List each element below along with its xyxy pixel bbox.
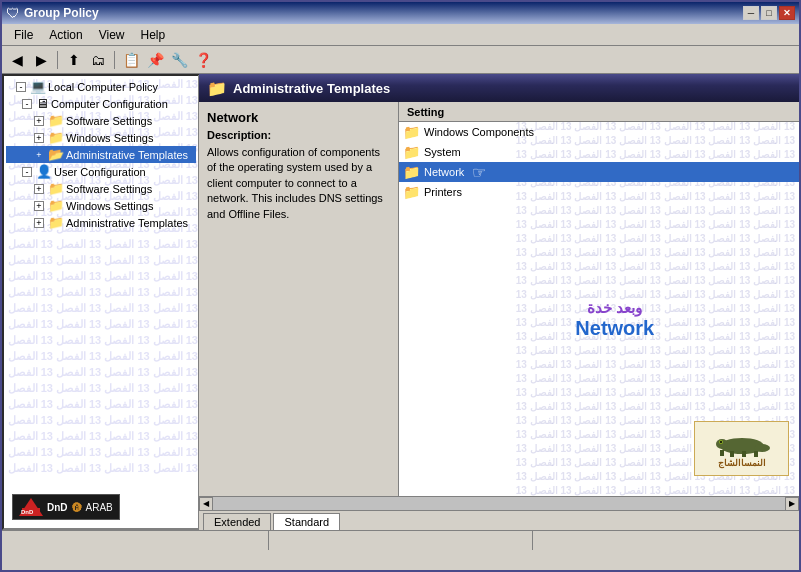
svg-rect-9 [754,451,758,457]
list-item-network[interactable]: 📁 Network ☞ [399,162,799,182]
action-menu[interactable]: Action [41,26,90,44]
svg-rect-6 [720,450,724,456]
folder-icon: 📁 [403,164,420,180]
tree-item-computer-config[interactable]: - 🖥 Computer Configuration [6,95,196,112]
folder-icon: 📁 [48,181,64,196]
tab-standard[interactable]: Standard [273,513,340,530]
tree-label: Windows Settings [66,132,153,144]
expand-sw2[interactable]: + [34,184,44,194]
tree-item-local-computer-policy[interactable]: - 💻 Local Computer Policy [6,78,196,95]
list-item-label: Network [424,166,464,178]
title-bar: 🛡 Group Policy ─ □ ✕ [2,2,799,24]
status-bar [2,530,799,550]
setting-column-header: Setting [403,106,448,118]
svg-point-11 [720,441,722,443]
tree-item-windows-settings-1[interactable]: + 📁 Windows Settings [6,129,196,146]
window-title: Group Policy [24,6,99,20]
folder-button[interactable]: 🗂 [87,49,109,71]
desc-title: Network [207,110,390,125]
up-button[interactable]: ⬆ [63,49,85,71]
computer-icon: 💻 [30,79,46,94]
status-section-1 [6,531,269,550]
status-section-3 [533,531,795,550]
horizontal-scrollbar[interactable]: ◀ ▶ [199,496,799,510]
tree-label: Local Computer Policy [48,81,158,93]
folder-icon: 📁 [403,144,420,160]
toolbar: ◀ ▶ ⬆ 🗂 📋 📌 🔧 ❓ [2,46,799,74]
tree-label: Administrative Templates [66,217,188,229]
monitor-icon: 🖥 [36,96,49,111]
folder-icon: 📁 [48,130,64,145]
svg-text:DnD: DnD [21,509,34,515]
tree-item-user-config[interactable]: - 👤 User Configuration [6,163,196,180]
list-item-label: Printers [424,186,462,198]
copy-button[interactable]: 📋 [120,49,142,71]
expand-local[interactable]: - [16,82,26,92]
user-icon: 👤 [36,164,52,179]
list-item-label: System [424,146,461,158]
scroll-left-button[interactable]: ◀ [199,497,213,511]
description-panel: Network Description: Allows configuratio… [199,102,399,496]
list-item-printers[interactable]: 📁 Printers [399,182,799,202]
svg-point-4 [754,444,770,452]
expand-at2[interactable]: + [34,218,44,228]
folder-icon: 📁 [403,124,420,140]
center-overlay: وبعد خدة Network [575,298,654,339]
tree-item-software-settings-2[interactable]: + 📁 Software Settings [6,180,196,197]
svg-rect-8 [742,451,746,457]
tree-label: Software Settings [66,115,152,127]
minimize-button[interactable]: ─ [743,6,759,20]
expand-computer[interactable]: - [22,99,32,109]
tab-extended[interactable]: Extended [203,513,271,530]
cursor-indicator: ☞ [472,163,486,182]
crocodile-logo: النمساالشاج [694,421,789,476]
list-header: Setting [399,102,799,122]
expand-ws2[interactable]: + [34,201,44,211]
close-button[interactable]: ✕ [779,6,795,20]
expand-at1[interactable]: + [34,150,44,160]
paste-button[interactable]: 📌 [144,49,166,71]
status-section-2 [269,531,532,550]
folder-icon: 📁 [48,215,64,230]
main-container: 13 الفصل 13 الفصل 13 الفصل 13 الفصل 13 ا… [2,74,799,530]
tree-item-software-settings-1[interactable]: + 📁 Software Settings [6,112,196,129]
file-menu[interactable]: File [6,26,41,44]
expand-ws1[interactable]: + [34,133,44,143]
list-item-windows-components[interactable]: 📁 Windows Components [399,122,799,142]
menu-bar: File Action View Help [2,24,799,46]
list-items-container: 📁 Windows Components 📁 System 📁 Network … [399,122,799,202]
content-area: Network Description: Allows configuratio… [199,102,799,496]
view-menu[interactable]: View [91,26,133,44]
expand-user[interactable]: - [22,167,32,177]
help-button[interactable]: ❓ [192,49,214,71]
desc-text: Allows configuration of components of th… [207,145,390,222]
tree-panel: 13 الفصل 13 الفصل 13 الفصل 13 الفصل 13 ا… [2,74,199,530]
folder-icon: 📁 [48,198,64,213]
scroll-track[interactable] [213,497,785,511]
back-button[interactable]: ◀ [6,49,28,71]
tree-label: Windows Settings [66,200,153,212]
header-folder-icon: 📁 [207,79,227,98]
app-icon: 🛡 [6,5,20,21]
forward-button[interactable]: ▶ [30,49,52,71]
tree-item-windows-settings-2[interactable]: + 📁 Windows Settings [6,197,196,214]
help-menu[interactable]: Help [133,26,174,44]
folder-icon: 📁 [403,184,420,200]
tabs-bar: Extended Standard [199,510,799,530]
tree-item-admin-templates-1[interactable]: + 📂 Administrative Templates [6,146,196,163]
expand-sw1[interactable]: + [34,116,44,126]
list-item-system[interactable]: 📁 System [399,142,799,162]
scroll-right-button[interactable]: ▶ [785,497,799,511]
header-title: Administrative Templates [233,81,390,96]
english-center-text: Network [575,316,654,339]
desc-label: Description: [207,129,390,141]
list-item-label: Windows Components [424,126,534,138]
tree-item-admin-templates-2[interactable]: + 📁 Administrative Templates [6,214,196,231]
arabic-center-text: وبعد خدة [575,298,654,316]
list-panel: 13 الفصل 13 الفصل 13 الفصل 13 الفصل 13 ا… [399,102,799,496]
tree-label: Software Settings [66,183,152,195]
properties-button[interactable]: 🔧 [168,49,190,71]
maximize-button[interactable]: □ [761,6,777,20]
folder-icon: 📁 [48,113,64,128]
tree-label: Computer Configuration [51,98,168,110]
